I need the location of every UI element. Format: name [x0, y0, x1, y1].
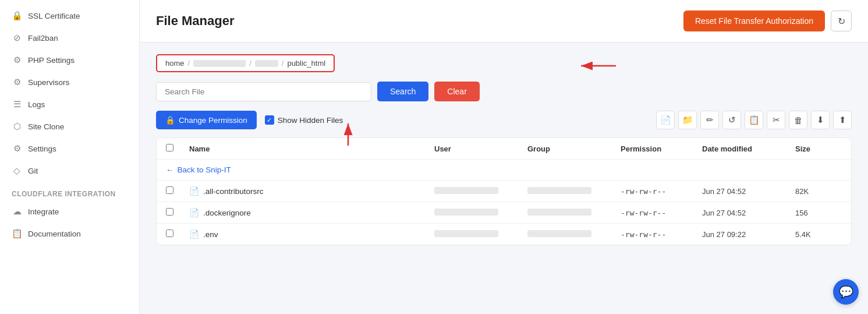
integrate-icon: ☁	[12, 206, 22, 217]
sidebar-item-supervisors[interactable]: ⚙ Supervisors	[0, 71, 139, 93]
date-cell: Jun 27 04:52	[702, 187, 795, 196]
back-link-text: Back to Snip-IT	[178, 165, 231, 174]
breadcrumb: home / / / public_html	[156, 54, 335, 72]
sidebar-item-label: Site Clone	[28, 122, 64, 131]
new-file-button[interactable]: 📄	[656, 111, 675, 129]
group-blurred	[527, 187, 591, 194]
download-button[interactable]: ⬇	[811, 111, 830, 129]
main-content: File Manager Reset File Transfer Authori…	[140, 0, 868, 314]
breadcrumb-row: home / / / public_html	[156, 54, 852, 72]
settings-icon: ⚙	[12, 143, 22, 154]
ssl-icon: 🔒	[12, 10, 22, 21]
sidebar-item-php-settings[interactable]: ⚙ PHP Settings	[0, 49, 139, 71]
change-permission-label: Change Permission	[179, 116, 247, 125]
reset-file-transfer-button[interactable]: Reset File Transfer Authorization	[683, 10, 825, 31]
row-checkbox[interactable]	[166, 186, 173, 194]
toolbar-row: 🔒 Change Permission ✓ Show Hidden Files	[156, 111, 852, 129]
toolbar-left: 🔒 Change Permission ✓ Show Hidden Files	[156, 111, 343, 129]
row-checkbox-col	[166, 230, 189, 239]
content-area: home / / / public_html Search	[140, 43, 868, 314]
refresh-icon: ↻	[838, 16, 845, 27]
row-checkbox[interactable]	[166, 230, 173, 237]
user-blurred	[434, 209, 498, 216]
breadcrumb-home[interactable]: home	[165, 59, 185, 68]
sidebar-item-git[interactable]: ◇ Git	[0, 160, 139, 182]
sidebar-item-site-clone[interactable]: ⬡ Site Clone	[0, 115, 139, 137]
logs-icon: ☰	[12, 99, 22, 110]
sidebar-item-logs[interactable]: ☰ Logs	[0, 93, 139, 115]
table-header-size: Size	[795, 144, 842, 153]
chat-icon: 💬	[839, 285, 853, 299]
chat-bubble-button[interactable]: 💬	[833, 279, 859, 305]
site-clone-icon: ⬡	[12, 121, 22, 132]
new-folder-button[interactable]: 📁	[678, 111, 697, 129]
upload-icon: ⬆	[839, 115, 846, 125]
user-cell	[434, 186, 527, 196]
sidebar-item-label: Git	[28, 167, 38, 175]
group-blurred	[527, 209, 591, 216]
table-header-date: Date modified	[702, 144, 795, 153]
group-cell	[527, 186, 621, 196]
file-name-cell: 📄 .dockerignore	[189, 208, 434, 217]
back-row: ← Back to Snip-IT	[157, 160, 851, 181]
cut-button[interactable]: ✂	[767, 111, 785, 129]
page-title: File Manager	[156, 13, 234, 29]
table-header-group: Group	[527, 144, 621, 153]
breadcrumb-public-html[interactable]: public_html	[287, 59, 325, 68]
arrow-annotation	[575, 60, 622, 77]
file-type-icon: 📄	[189, 186, 199, 196]
sidebar-item-label: Settings	[28, 144, 56, 153]
sidebar-item-label: Integrate	[28, 207, 59, 216]
sidebar-item-documentation[interactable]: 📋 Documentation	[0, 223, 139, 245]
sidebar-item-label: SSL Certificate	[28, 12, 80, 20]
sidebar-item-fail2ban[interactable]: ⊘ Fail2ban	[0, 27, 139, 49]
size-cell: 82K	[795, 187, 842, 196]
table-header-permission: Permission	[621, 144, 702, 153]
fail2ban-icon: ⊘	[12, 33, 22, 43]
git-icon: ◇	[12, 165, 22, 176]
rename-icon: ↺	[728, 115, 736, 125]
user-blurred	[434, 230, 498, 237]
file-name-text[interactable]: .dockerignore	[203, 209, 251, 217]
show-hidden-text: Show Hidden Files	[278, 116, 343, 125]
back-arrow-icon: ←	[166, 165, 174, 174]
sidebar-item-integrate[interactable]: ☁ Integrate	[0, 200, 139, 223]
show-hidden-files-label[interactable]: ✓ Show Hidden Files	[265, 115, 343, 125]
checkbox-arrow-annotation	[336, 117, 371, 149]
clear-button[interactable]: Clear	[434, 82, 479, 101]
upload-button[interactable]: ⬆	[833, 111, 852, 129]
user-blurred	[434, 187, 498, 194]
edit-button[interactable]: ✏	[700, 111, 719, 129]
back-to-snip-it-link[interactable]: ← Back to Snip-IT	[166, 165, 842, 174]
new-folder-icon: 📁	[682, 115, 693, 125]
permission-cell: -rw-rw-r--	[621, 230, 702, 239]
show-hidden-checkbox[interactable]: ✓	[265, 115, 274, 125]
breadcrumb-sep-2: /	[249, 59, 251, 68]
row-checkbox[interactable]	[166, 208, 173, 216]
group-cell	[527, 208, 621, 217]
group-blurred	[527, 230, 591, 237]
user-cell	[434, 230, 527, 239]
sidebar-item-settings[interactable]: ⚙ Settings	[0, 137, 139, 160]
new-file-icon: 📄	[660, 115, 671, 125]
refresh-button[interactable]: ↻	[831, 10, 852, 31]
sidebar-item-ssl-certificate[interactable]: 🔒 SSL Certificate	[0, 5, 139, 27]
cut-icon: ✂	[773, 115, 780, 125]
change-permission-button[interactable]: 🔒 Change Permission	[156, 111, 257, 129]
header-actions: Reset File Transfer Authorization ↻	[683, 10, 852, 31]
sidebar-item-label: PHP Settings	[28, 56, 75, 65]
select-all-checkbox[interactable]	[166, 144, 173, 151]
group-cell	[527, 230, 621, 239]
breadcrumb-blurred-1	[193, 60, 246, 67]
search-button[interactable]: Search	[377, 82, 428, 101]
search-row: Search Clear	[156, 82, 852, 101]
file-name-text[interactable]: .all-contributorsrc	[203, 187, 264, 196]
search-input[interactable]	[156, 82, 371, 101]
rename-button[interactable]: ↺	[722, 111, 741, 129]
cloudflare-section-label: Cloudflare Integration	[0, 182, 139, 200]
breadcrumb-sep-3: /	[282, 59, 284, 68]
delete-button[interactable]: 🗑	[789, 111, 807, 129]
file-name-cell: 📄 .all-contributorsrc	[189, 186, 434, 196]
file-name-text[interactable]: .env	[203, 230, 218, 239]
copy-button[interactable]: 📋	[745, 111, 763, 129]
